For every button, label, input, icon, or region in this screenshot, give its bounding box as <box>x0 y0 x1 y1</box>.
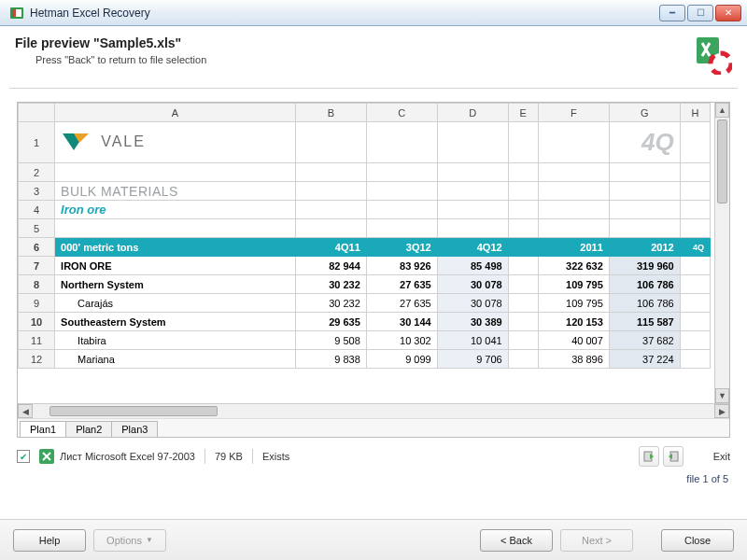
page-subtitle: Press "Back" to return to file selection <box>35 54 206 65</box>
file-counter: file 1 of 5 <box>0 473 728 484</box>
spreadsheet-grid: A B C D E F G H 1 VALE 4Q <box>18 103 711 369</box>
cell[interactable]: Mariana <box>55 350 296 369</box>
help-button[interactable]: Help <box>13 529 86 552</box>
corner-cell[interactable] <box>19 104 55 122</box>
window-title: Hetman Excel Recovery <box>30 7 659 20</box>
logo-text: VALE <box>101 133 146 149</box>
filestate-label: Exists <box>262 451 289 462</box>
units-label[interactable]: 000' metric tons <box>55 238 296 257</box>
col-header[interactable]: F <box>538 104 609 122</box>
sheet-tabs: Plan1 Plan2 Plan3 <box>18 418 729 437</box>
svg-rect-2 <box>12 9 16 17</box>
window-controls: ━ ☐ ✕ <box>659 5 741 21</box>
filetype-label: Лист Microsoft Excel 97-2003 <box>60 451 195 462</box>
row-header[interactable]: 11 <box>19 331 55 350</box>
row-header[interactable]: 8 <box>19 275 55 294</box>
horizontal-scrollbar[interactable]: ◀ ▶ <box>18 403 729 418</box>
prev-file-icon[interactable] <box>639 446 659 467</box>
back-button[interactable]: < Back <box>480 529 553 552</box>
app-icon <box>9 6 24 21</box>
chevron-down-icon: ▼ <box>146 536 153 544</box>
next-button: Next > <box>560 529 633 552</box>
excel-lifebuoy-icon <box>693 35 732 75</box>
sheet-tab[interactable]: Plan3 <box>111 421 158 437</box>
scroll-down-icon[interactable]: ▼ <box>715 388 729 403</box>
vale-logo-icon <box>61 130 98 156</box>
file-checkbox[interactable]: ✔ <box>17 450 30 463</box>
table-row: 7IRON ORE82 94483 92685 498322 632319 96… <box>19 257 711 275</box>
col-header[interactable]: B <box>295 104 366 122</box>
col-header[interactable]: D <box>437 104 508 122</box>
exit-link[interactable]: Exit <box>713 451 730 462</box>
close-button[interactable]: Close <box>661 529 734 552</box>
row-header[interactable]: 7 <box>19 257 55 275</box>
col-header[interactable]: A <box>55 104 296 122</box>
watermark-text: 4Q <box>609 122 680 163</box>
section-title[interactable]: BULK MATERIALS <box>55 182 296 201</box>
table-row: 8Northern System30 23227 63530 078109 79… <box>19 275 711 294</box>
filesize-label: 79 KB <box>215 451 243 462</box>
cell[interactable]: Itabira <box>55 331 296 350</box>
col-header[interactable]: C <box>366 104 437 122</box>
scroll-up-icon[interactable]: ▲ <box>715 103 729 118</box>
scroll-right-icon[interactable]: ▶ <box>714 404 729 418</box>
next-file-icon[interactable] <box>663 446 684 467</box>
scroll-thumb[interactable] <box>49 406 218 416</box>
scroll-thumb[interactable] <box>717 119 727 203</box>
titlebar: Hetman Excel Recovery ━ ☐ ✕ <box>0 0 747 26</box>
cell[interactable]: Southeastern System <box>55 313 296 331</box>
row-header[interactable]: 10 <box>19 313 55 331</box>
table-row: 12Mariana9 8389 0999 70638 89637 224 <box>19 350 711 369</box>
col-header[interactable]: G <box>609 104 680 122</box>
sheet-tab[interactable]: Plan1 <box>20 421 66 437</box>
page-title: File preview "Sample5.xls" <box>15 35 206 50</box>
cell[interactable]: Northern System <box>55 275 296 294</box>
row-header[interactable]: 1 <box>19 122 55 163</box>
maximize-button[interactable]: ☐ <box>687 5 713 21</box>
vertical-scrollbar[interactable]: ▲ ▼ <box>714 103 729 403</box>
col-header[interactable]: H <box>680 104 710 122</box>
cell[interactable]: IRON ORE <box>55 257 296 275</box>
row-header[interactable]: 12 <box>19 350 55 369</box>
minimize-button[interactable]: ━ <box>659 5 685 21</box>
table-row: 11Itabira9 50810 30210 04140 00737 682 <box>19 331 711 350</box>
footer: Help Options▼ < Back Next > Close <box>0 519 747 560</box>
row-header[interactable]: 9 <box>19 294 55 313</box>
cell[interactable]: Carajás <box>55 294 296 313</box>
xls-file-icon <box>39 449 54 464</box>
spreadsheet-preview: A B C D E F G H 1 VALE 4Q <box>17 102 730 438</box>
col-header[interactable]: E <box>508 104 538 122</box>
table-row: 9Carajás30 23227 63530 078109 795106 786 <box>19 294 711 313</box>
cell[interactable]: VALE <box>55 122 296 163</box>
svg-point-4 <box>711 53 731 74</box>
table-row: 10Southeastern System29 63530 14430 3891… <box>19 313 711 331</box>
sheet-tab[interactable]: Plan2 <box>65 421 112 437</box>
options-button[interactable]: Options▼ <box>93 529 166 552</box>
subsection-title[interactable]: Iron ore <box>55 201 296 219</box>
close-window-button[interactable]: ✕ <box>715 5 741 21</box>
header: File preview "Sample5.xls" Press "Back" … <box>0 26 747 88</box>
scroll-left-icon[interactable]: ◀ <box>18 404 33 418</box>
status-bar: ✔ Лист Microsoft Excel 97-2003 79 KB Exi… <box>17 443 730 469</box>
